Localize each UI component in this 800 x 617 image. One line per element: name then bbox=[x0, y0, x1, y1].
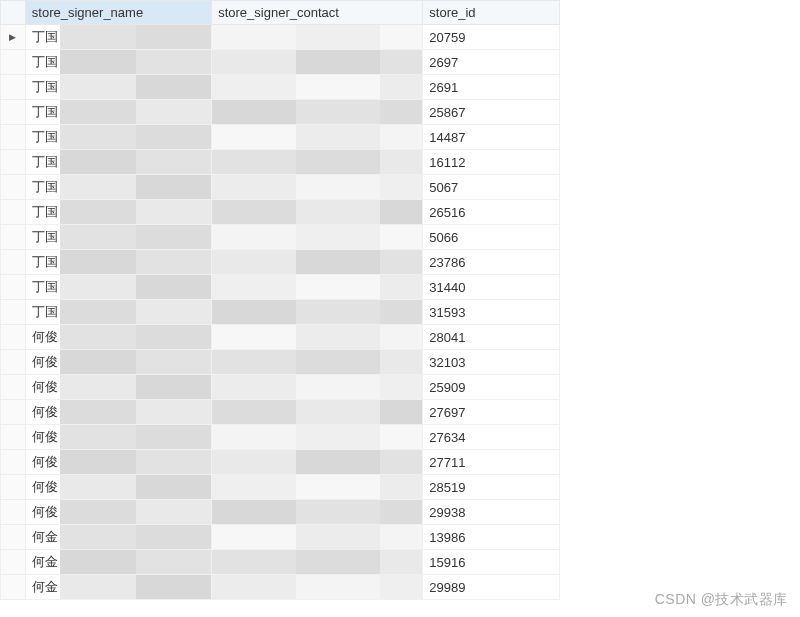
cell-signer-name[interactable]: 何金 bbox=[25, 550, 211, 575]
table-row[interactable]: 何俊27634 bbox=[1, 425, 560, 450]
table-row[interactable]: 何金15916 bbox=[1, 550, 560, 575]
table-row[interactable]: 何俊32103 bbox=[1, 350, 560, 375]
cell-signer-name[interactable]: 何俊 bbox=[25, 425, 211, 450]
cell-signer-name[interactable]: 丁国 bbox=[25, 25, 211, 50]
cell-signer-contact[interactable] bbox=[212, 375, 423, 400]
table-row[interactable]: 何俊29938 bbox=[1, 500, 560, 525]
cell-signer-contact[interactable] bbox=[212, 125, 423, 150]
cell-signer-name[interactable]: 何俊 bbox=[25, 350, 211, 375]
table-row[interactable]: 何俊27697 bbox=[1, 400, 560, 425]
cell-signer-contact[interactable] bbox=[212, 225, 423, 250]
cell-store-id[interactable]: 27711 bbox=[423, 450, 560, 475]
cell-signer-name[interactable]: 丁国 bbox=[25, 275, 211, 300]
cell-signer-contact[interactable] bbox=[212, 450, 423, 475]
cell-signer-name[interactable]: 丁国 bbox=[25, 200, 211, 225]
cell-signer-name[interactable]: 何俊 bbox=[25, 450, 211, 475]
table-row[interactable]: 何俊28519 bbox=[1, 475, 560, 500]
cell-signer-name[interactable]: 何金 bbox=[25, 575, 211, 600]
cell-signer-contact[interactable] bbox=[212, 175, 423, 200]
cell-store-id[interactable]: 2691 bbox=[423, 75, 560, 100]
cell-signer-contact[interactable] bbox=[212, 150, 423, 175]
row-indicator bbox=[1, 525, 26, 550]
cell-signer-contact[interactable] bbox=[212, 200, 423, 225]
table-row[interactable]: 丁国25867 bbox=[1, 100, 560, 125]
table-row[interactable]: 丁国31440 bbox=[1, 275, 560, 300]
cell-store-id[interactable]: 28519 bbox=[423, 475, 560, 500]
data-grid[interactable]: store_signer_name store_signer_contact s… bbox=[0, 0, 560, 600]
cell-store-id[interactable]: 25867 bbox=[423, 100, 560, 125]
cell-store-id[interactable]: 2697 bbox=[423, 50, 560, 75]
cell-store-id[interactable]: 15916 bbox=[423, 550, 560, 575]
table-row[interactable]: 丁国2697 bbox=[1, 50, 560, 75]
table-row[interactable]: 何俊27711 bbox=[1, 450, 560, 475]
cell-store-id[interactable]: 31593 bbox=[423, 300, 560, 325]
cell-signer-contact[interactable] bbox=[212, 350, 423, 375]
cell-store-id[interactable]: 29989 bbox=[423, 575, 560, 600]
cell-signer-contact[interactable] bbox=[212, 325, 423, 350]
table-row[interactable]: 丁国16112 bbox=[1, 150, 560, 175]
cell-signer-name[interactable]: 丁国 bbox=[25, 175, 211, 200]
cell-store-id[interactable]: 29938 bbox=[423, 500, 560, 525]
cell-signer-contact[interactable] bbox=[212, 250, 423, 275]
cell-store-id[interactable]: 27697 bbox=[423, 400, 560, 425]
row-indicator bbox=[1, 500, 26, 525]
cell-signer-contact[interactable] bbox=[212, 525, 423, 550]
cell-store-id[interactable]: 31440 bbox=[423, 275, 560, 300]
column-header-signer-contact[interactable]: store_signer_contact bbox=[212, 1, 423, 25]
cell-signer-name[interactable]: 何俊 bbox=[25, 475, 211, 500]
cell-store-id[interactable]: 5066 bbox=[423, 225, 560, 250]
cell-signer-contact[interactable] bbox=[212, 100, 423, 125]
cell-signer-name[interactable]: 丁国 bbox=[25, 225, 211, 250]
cell-store-id[interactable]: 16112 bbox=[423, 150, 560, 175]
cell-store-id[interactable]: 32103 bbox=[423, 350, 560, 375]
cell-signer-name[interactable]: 何俊 bbox=[25, 500, 211, 525]
table-row[interactable]: 何金13986 bbox=[1, 525, 560, 550]
cell-signer-contact[interactable] bbox=[212, 75, 423, 100]
cell-store-id[interactable]: 25909 bbox=[423, 375, 560, 400]
cell-store-id[interactable]: 13986 bbox=[423, 525, 560, 550]
cell-store-id[interactable]: 27634 bbox=[423, 425, 560, 450]
row-indicator bbox=[1, 375, 26, 400]
table-row[interactable]: 丁国26516 bbox=[1, 200, 560, 225]
cell-signer-name[interactable]: 丁国 bbox=[25, 150, 211, 175]
cell-signer-contact[interactable] bbox=[212, 275, 423, 300]
table-row[interactable]: 丁国2691 bbox=[1, 75, 560, 100]
table-row[interactable]: ▶丁国20759 bbox=[1, 25, 560, 50]
table-row[interactable]: 何俊25909 bbox=[1, 375, 560, 400]
cell-signer-contact[interactable] bbox=[212, 575, 423, 600]
cell-store-id[interactable]: 28041 bbox=[423, 325, 560, 350]
cell-signer-contact[interactable] bbox=[212, 25, 423, 50]
table-row[interactable]: 丁国31593 bbox=[1, 300, 560, 325]
table-row[interactable]: 何金29989 bbox=[1, 575, 560, 600]
cell-store-id[interactable]: 20759 bbox=[423, 25, 560, 50]
column-header-signer-name[interactable]: store_signer_name bbox=[25, 1, 211, 25]
table-row[interactable]: 丁国5067 bbox=[1, 175, 560, 200]
row-indicator bbox=[1, 550, 26, 575]
cell-signer-name[interactable]: 丁国 bbox=[25, 300, 211, 325]
cell-signer-name[interactable]: 丁国 bbox=[25, 100, 211, 125]
cell-store-id[interactable]: 14487 bbox=[423, 125, 560, 150]
cell-signer-contact[interactable] bbox=[212, 500, 423, 525]
column-header-store-id[interactable]: store_id bbox=[423, 1, 560, 25]
table-row[interactable]: 丁国14487 bbox=[1, 125, 560, 150]
cell-store-id[interactable]: 26516 bbox=[423, 200, 560, 225]
table-row[interactable]: 丁国23786 bbox=[1, 250, 560, 275]
cell-signer-contact[interactable] bbox=[212, 50, 423, 75]
cell-signer-contact[interactable] bbox=[212, 550, 423, 575]
cell-signer-name[interactable]: 丁国 bbox=[25, 50, 211, 75]
cell-store-id[interactable]: 5067 bbox=[423, 175, 560, 200]
cell-signer-contact[interactable] bbox=[212, 475, 423, 500]
cell-signer-name[interactable]: 何俊 bbox=[25, 325, 211, 350]
cell-signer-name[interactable]: 丁国 bbox=[25, 250, 211, 275]
cell-store-id[interactable]: 23786 bbox=[423, 250, 560, 275]
table-row[interactable]: 丁国5066 bbox=[1, 225, 560, 250]
cell-signer-name[interactable]: 丁国 bbox=[25, 125, 211, 150]
cell-signer-name[interactable]: 何金 bbox=[25, 525, 211, 550]
cell-signer-contact[interactable] bbox=[212, 400, 423, 425]
cell-signer-name[interactable]: 何俊 bbox=[25, 375, 211, 400]
cell-signer-name[interactable]: 丁国 bbox=[25, 75, 211, 100]
cell-signer-name[interactable]: 何俊 bbox=[25, 400, 211, 425]
cell-signer-contact[interactable] bbox=[212, 300, 423, 325]
cell-signer-contact[interactable] bbox=[212, 425, 423, 450]
table-row[interactable]: 何俊28041 bbox=[1, 325, 560, 350]
